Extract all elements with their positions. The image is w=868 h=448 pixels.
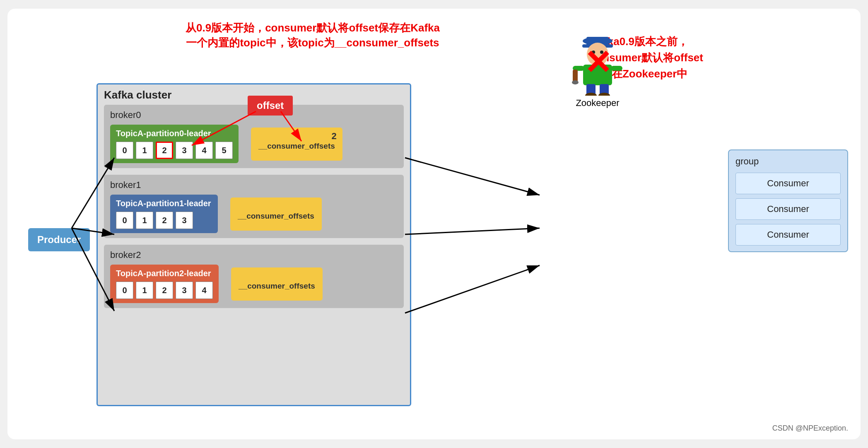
broker0-content: TopicA-partition0-leader 0 1 2 3 4 5 2 _… <box>110 125 398 163</box>
svg-rect-8 <box>611 66 622 71</box>
cell-0-4: 4 <box>195 142 213 159</box>
zookeeper-label: Zookeeper <box>576 98 619 108</box>
consumer-offsets-0: 2 __consumer_offsets <box>251 128 342 161</box>
broker2-label: broker2 <box>110 250 398 260</box>
group-label: group <box>735 156 841 167</box>
svg-rect-9 <box>573 70 578 82</box>
broker2-content: TopicA-partition2-leader 0 1 2 3 4 __con… <box>110 265 398 303</box>
top-annotation: 从0.9版本开始，consumer默认将offset保存在Kafka 一个内置的… <box>186 20 440 51</box>
cell-0-1: 1 <box>136 142 153 159</box>
cell-0-5: 5 <box>215 142 233 159</box>
co-label-2: __consumer_offsets <box>239 282 315 291</box>
partition2-title: TopicA-partition2-leader <box>116 269 213 278</box>
consumer-offsets-2: __consumer_offsets <box>231 267 323 301</box>
consumer-item-1: Consumer <box>735 198 841 220</box>
broker1-box: broker1 TopicA-partition1-leader 0 1 2 3… <box>104 175 404 238</box>
svg-line-25 <box>405 265 540 313</box>
svg-line-23 <box>405 158 540 195</box>
kafka-cluster: Kafka cluster broker0 TopicA-partition0-… <box>96 83 411 406</box>
co-label-1: __consumer_offsets <box>238 212 314 221</box>
producer-box: Producer <box>28 228 90 251</box>
offset-number-0: 2 <box>332 131 337 142</box>
consumer-offsets-1: __consumer_offsets <box>230 198 322 231</box>
cell-0-3: 3 <box>176 142 193 159</box>
x-mark: ✕ <box>584 43 612 82</box>
zookeeper-container: ✕ Zookeeper <box>571 29 624 108</box>
partition1-title: TopicA-partition1-leader <box>116 199 212 208</box>
partition1-cells: 0 1 2 3 <box>116 212 212 229</box>
group-box: group Consumer Consumer Consumer <box>728 149 848 252</box>
cell-2-4: 4 <box>195 282 213 299</box>
cell-2-1: 1 <box>136 282 153 299</box>
partition2-box: TopicA-partition2-leader 0 1 2 3 4 <box>110 265 219 303</box>
main-container: 从0.9版本开始，consumer默认将offset保存在Kafka 一个内置的… <box>7 9 861 439</box>
cell-2-0: 0 <box>116 282 133 299</box>
broker2-box: broker2 TopicA-partition2-leader 0 1 2 3… <box>104 245 404 308</box>
svg-point-10 <box>572 80 579 84</box>
cell-0-2-highlighted: 2 <box>156 142 173 159</box>
offset-label-box: offset <box>248 96 293 116</box>
broker1-content: TopicA-partition1-leader 0 1 2 3 __consu… <box>110 195 398 233</box>
partition1-box: TopicA-partition1-leader 0 1 2 3 <box>110 195 218 233</box>
cell-0-0: 0 <box>116 142 133 159</box>
cell-2-3: 3 <box>176 282 193 299</box>
broker1-label: broker1 <box>110 180 398 190</box>
co-label-0: __consumer_offsets <box>258 142 335 151</box>
cell-1-2: 2 <box>156 212 173 229</box>
partition2-cells: 0 1 2 3 4 <box>116 282 213 299</box>
svg-line-24 <box>405 228 540 234</box>
footer: CSDN @NPException. <box>772 424 848 433</box>
cell-1-3: 3 <box>176 212 193 229</box>
consumer-item-2: Consumer <box>735 224 841 246</box>
cell-1-0: 0 <box>116 212 133 229</box>
zookeeper-figure: ✕ <box>571 29 624 96</box>
cell-1-1: 1 <box>136 212 153 229</box>
partition0-title: TopicA-partition0-leader <box>116 129 233 138</box>
cell-2-2: 2 <box>156 282 173 299</box>
partition0-cells: 0 1 2 3 4 5 <box>116 142 233 159</box>
consumer-item-0: Consumer <box>735 173 841 194</box>
partition0-box: TopicA-partition0-leader 0 1 2 3 4 5 <box>110 125 239 163</box>
